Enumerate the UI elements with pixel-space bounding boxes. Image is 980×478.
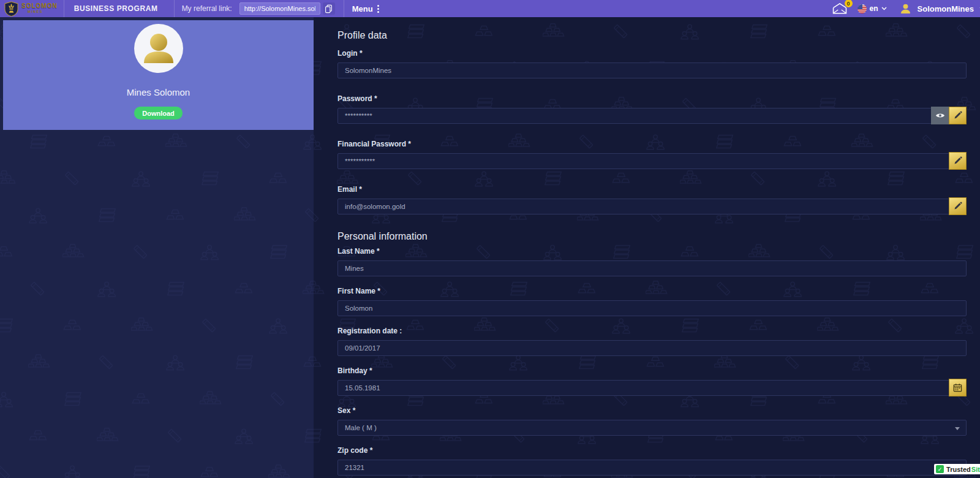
referral-link-input[interactable] bbox=[239, 2, 320, 15]
financial-password-input[interactable] bbox=[337, 153, 967, 169]
trusted-check-icon: ✓ bbox=[936, 465, 944, 473]
sex-select[interactable]: Male ( M ) bbox=[337, 420, 967, 436]
nav-divider bbox=[174, 0, 175, 17]
first-name-input[interactable] bbox=[337, 300, 967, 316]
download-button[interactable]: Download bbox=[134, 107, 183, 120]
top-navbar: SOLOMON MINES BUSINESS PROGRAM My referr… bbox=[0, 0, 980, 17]
solomon-shield-icon bbox=[4, 1, 18, 17]
section-title-profile-data: Profile data bbox=[337, 29, 967, 42]
eye-icon bbox=[935, 112, 945, 119]
main-content: Profile data Login * Password * bbox=[314, 17, 980, 478]
section-title-personal-information: Personal information bbox=[337, 230, 967, 243]
email-input[interactable] bbox=[337, 199, 967, 214]
avatar bbox=[134, 24, 183, 73]
trusted-text-suffix: Site bbox=[971, 466, 980, 473]
edit-financial-password-button[interactable] bbox=[949, 152, 967, 170]
username: SolomonMines bbox=[918, 4, 974, 13]
us-flag-icon bbox=[858, 4, 867, 13]
trusted-text: Trusted bbox=[946, 466, 971, 473]
pencil-icon bbox=[953, 202, 962, 211]
last-name-field: Last Name * bbox=[337, 247, 967, 276]
pencil-icon bbox=[953, 156, 962, 165]
birthday-field: Birthday * bbox=[337, 366, 967, 396]
app-logo[interactable]: SOLOMON MINES bbox=[4, 1, 58, 17]
login-input[interactable] bbox=[337, 63, 967, 78]
sex-selected-value: Male ( M ) bbox=[345, 424, 377, 431]
menu-label: Menu bbox=[352, 4, 373, 13]
menu-button[interactable]: Menu bbox=[352, 4, 379, 13]
financial-password-label: Financial Password * bbox=[337, 140, 967, 149]
financial-password-field: Financial Password * bbox=[337, 140, 967, 169]
login-label: Login * bbox=[337, 49, 967, 58]
email-field: Email * bbox=[337, 185, 967, 214]
first-name-field: First Name * bbox=[337, 287, 967, 316]
profile-name: Mines Solomon bbox=[127, 87, 190, 97]
last-name-label: Last Name * bbox=[337, 247, 967, 256]
sex-field: Sex * Male ( M ) bbox=[337, 406, 967, 436]
nav-divider bbox=[64, 0, 64, 17]
user-menu[interactable]: SolomonMines bbox=[899, 2, 980, 15]
copy-referral-button[interactable] bbox=[323, 2, 335, 15]
zip-code-field: Zip code * bbox=[337, 446, 967, 476]
logo-subtitle: MINES bbox=[28, 10, 58, 14]
user-icon bbox=[899, 2, 912, 15]
birthday-input[interactable] bbox=[337, 380, 967, 396]
show-password-button[interactable] bbox=[931, 107, 949, 124]
birthday-calendar-button[interactable] bbox=[949, 379, 967, 396]
password-label: Password * bbox=[337, 94, 967, 104]
notification-badge: 0 bbox=[845, 0, 853, 7]
kebab-menu-icon bbox=[377, 5, 379, 13]
pencil-icon bbox=[953, 111, 962, 120]
copy-icon bbox=[325, 4, 333, 13]
password-field: Password * bbox=[337, 94, 967, 124]
referral-link-label: My referral link: bbox=[182, 4, 232, 13]
nav-divider bbox=[344, 0, 344, 17]
business-program-link[interactable]: BUSINESS PROGRAM bbox=[74, 4, 158, 13]
language-code: en bbox=[870, 4, 878, 13]
registration-date-input[interactable] bbox=[337, 340, 967, 356]
last-name-input[interactable] bbox=[337, 260, 967, 276]
sex-label: Sex * bbox=[337, 406, 967, 415]
zip-code-input[interactable] bbox=[337, 460, 967, 476]
trusted-site-badge[interactable]: ✓ Trusted Site bbox=[934, 464, 980, 474]
zip-code-label: Zip code * bbox=[337, 446, 967, 455]
birthday-label: Birthday * bbox=[337, 366, 967, 376]
registration-date-field: Registration date : bbox=[337, 327, 967, 356]
chevron-down-icon bbox=[881, 7, 887, 10]
notifications-button[interactable]: 0 bbox=[832, 2, 848, 15]
edit-password-button[interactable] bbox=[949, 107, 967, 124]
password-input[interactable] bbox=[337, 108, 967, 124]
login-field: Login * bbox=[337, 49, 967, 78]
profile-form: Profile data Login * Password * bbox=[314, 17, 980, 476]
logo-title: SOLOMON bbox=[21, 3, 58, 9]
edit-email-button[interactable] bbox=[949, 197, 967, 215]
profile-card: Mines Solomon Download bbox=[3, 20, 314, 130]
registration-date-label: Registration date : bbox=[337, 327, 967, 336]
email-label: Email * bbox=[337, 185, 967, 194]
first-name-label: First Name * bbox=[337, 287, 967, 296]
language-selector[interactable]: en bbox=[858, 4, 887, 13]
calendar-icon bbox=[953, 383, 962, 392]
select-arrow-icon bbox=[955, 427, 960, 430]
